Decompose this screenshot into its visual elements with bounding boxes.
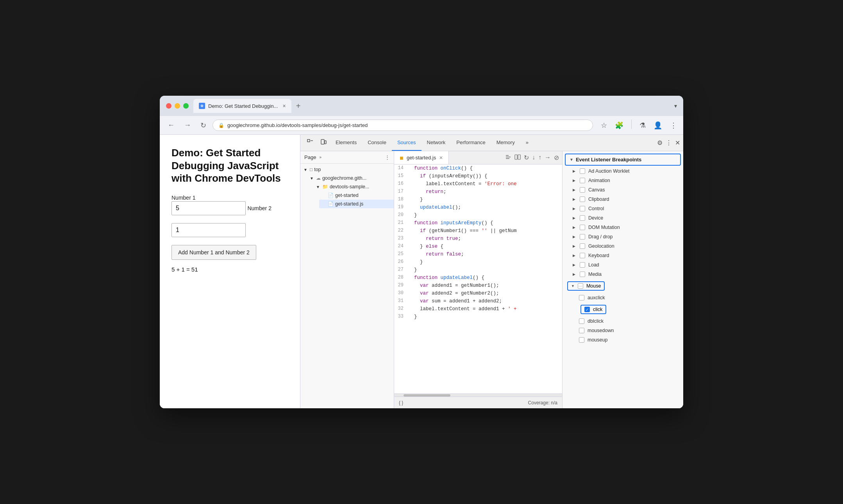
bp-checkbox-media[interactable] bbox=[580, 272, 585, 277]
bp-item-canvas[interactable]: ▶ Canvas bbox=[563, 185, 683, 195]
format-icon[interactable] bbox=[505, 154, 511, 162]
browser-tab[interactable]: Demo: Get Started Debuggin... × bbox=[193, 99, 291, 113]
tree-item-devtools-sample[interactable]: ▼ 📁 devtools-sample... bbox=[313, 182, 394, 191]
tree-item-get-started-js[interactable]: ▶ 📄 get-started.js bbox=[319, 200, 394, 208]
event-listener-header[interactable]: ▼ Event Listener Breakpoints bbox=[565, 154, 681, 166]
tab-sources[interactable]: Sources bbox=[392, 135, 422, 151]
bp-checkbox-geo[interactable] bbox=[580, 243, 585, 249]
bp-checkbox-mouseup[interactable] bbox=[579, 337, 584, 343]
bp-item-auxclick[interactable]: auxclick bbox=[563, 293, 683, 302]
maximize-button[interactable] bbox=[183, 103, 189, 109]
file-tree-menu-icon[interactable]: ⋮ bbox=[385, 154, 390, 160]
bp-checkbox-mousedown[interactable] bbox=[579, 328, 584, 333]
bp-checkbox-dom[interactable] bbox=[580, 225, 585, 230]
scrollbar-thumb[interactable] bbox=[404, 394, 450, 397]
file-tree-expand-icon[interactable]: » bbox=[319, 155, 321, 159]
bp-arrow-dom: ▶ bbox=[573, 225, 577, 229]
html-file-icon: 📄 bbox=[328, 193, 334, 198]
devtools-panel: Elements Console Sources Network Perform… bbox=[300, 135, 683, 408]
tree-item-top[interactable]: ▼ □ top bbox=[300, 165, 394, 174]
bp-item-animation[interactable]: ▶ Animation bbox=[563, 176, 683, 185]
close-button[interactable] bbox=[166, 103, 171, 109]
lab-icon[interactable]: ⚗ bbox=[638, 120, 647, 131]
device-icon[interactable] bbox=[317, 136, 330, 150]
code-tab-close[interactable]: ✕ bbox=[439, 155, 443, 161]
bp-item-mousedown[interactable]: mousedown bbox=[563, 326, 683, 335]
bp-item-control[interactable]: ▶ Control bbox=[563, 204, 683, 213]
bp-checkbox-canvas[interactable] bbox=[580, 187, 585, 193]
step-out-icon[interactable]: ↑ bbox=[538, 154, 541, 162]
bp-checkbox-drag[interactable] bbox=[580, 234, 585, 239]
profile-icon[interactable]: 👤 bbox=[652, 120, 664, 131]
settings-icon[interactable]: ⚙ bbox=[657, 139, 663, 147]
bp-checkbox-animation[interactable] bbox=[580, 178, 585, 183]
bp-item-drag[interactable]: ▶ Drag / drop bbox=[563, 232, 683, 241]
address-bar[interactable]: 🔒 googlechrome.github.io/devtools-sample… bbox=[213, 120, 593, 131]
bp-label-control: Control bbox=[588, 206, 604, 211]
code-file-tab[interactable]: ◼ get-started.js ✕ bbox=[394, 151, 449, 164]
bp-checkbox-load[interactable] bbox=[580, 262, 585, 268]
bp-arrow-mouse: ▼ bbox=[571, 284, 575, 288]
add-button[interactable]: Add Number 1 and Number 2 bbox=[171, 245, 256, 260]
bp-checkbox-dblclick[interactable] bbox=[579, 318, 584, 324]
forward-button[interactable]: → bbox=[181, 119, 194, 132]
bp-item-device[interactable]: ▶ Device bbox=[563, 213, 683, 223]
tab-elements[interactable]: Elements bbox=[330, 135, 362, 151]
bp-checkbox-keyboard[interactable] bbox=[580, 253, 585, 258]
bp-item-click[interactable]: ✓ click bbox=[564, 303, 682, 316]
bp-item-dom[interactable]: ▶ DOM Mutation bbox=[563, 223, 683, 232]
split-icon[interactable] bbox=[514, 154, 521, 162]
tree-item-domain[interactable]: ▼ ☁ googlechrome.gith... bbox=[307, 174, 394, 182]
code-line-31: 31 var sum = addend1 + addend2; bbox=[394, 297, 562, 305]
num2-input[interactable] bbox=[171, 223, 246, 237]
bp-checkbox-auxclick[interactable] bbox=[579, 295, 584, 300]
tab-dropdown-button[interactable]: ▾ bbox=[674, 103, 677, 109]
page-content: Demo: Get Started Debugging JavaScript w… bbox=[160, 135, 300, 408]
bp-checkbox-control[interactable] bbox=[580, 206, 585, 211]
bp-item-dblclick[interactable]: dblclick bbox=[563, 316, 683, 326]
bp-checkbox-click[interactable]: ✓ bbox=[584, 307, 590, 312]
bp-checkbox-ad[interactable] bbox=[580, 168, 585, 174]
minimize-button[interactable] bbox=[175, 103, 180, 109]
code-scrollbar[interactable] bbox=[394, 393, 562, 397]
bookmark-icon[interactable]: ☆ bbox=[599, 120, 609, 131]
address-text: googlechrome.github.io/devtools-samples/… bbox=[227, 122, 368, 128]
back-button[interactable]: ← bbox=[164, 119, 178, 132]
tab-network[interactable]: Network bbox=[422, 135, 451, 151]
bp-item-keyboard[interactable]: ▶ Keyboard bbox=[563, 251, 683, 260]
step-over-icon[interactable]: ↻ bbox=[524, 154, 529, 162]
tab-close-button[interactable]: × bbox=[282, 103, 286, 109]
bp-label-drag: Drag / drop bbox=[588, 234, 613, 239]
bp-item-load[interactable]: ▶ Load bbox=[563, 260, 683, 270]
refresh-button[interactable]: ↻ bbox=[197, 119, 209, 132]
bp-checkbox-mouse[interactable]: — bbox=[578, 283, 583, 289]
tabs-bar: Demo: Get Started Debuggin... × + ▾ bbox=[193, 99, 677, 113]
devtools-close-icon[interactable]: ✕ bbox=[675, 139, 680, 147]
inspect-icon[interactable] bbox=[304, 136, 317, 150]
tab-performance[interactable]: Performance bbox=[451, 135, 491, 151]
page-title: Demo: Get Started Debugging JavaScript w… bbox=[171, 147, 288, 185]
bp-item-geo[interactable]: ▶ Geolocation bbox=[563, 241, 683, 251]
bp-item-ad-auction[interactable]: ▶ Ad Auction Worklet bbox=[563, 166, 683, 176]
bp-checkbox-device[interactable] bbox=[580, 215, 585, 221]
step-into-icon[interactable]: ↓ bbox=[532, 154, 535, 162]
devtools-menu-icon[interactable]: ⋮ bbox=[666, 139, 672, 147]
menu-icon[interactable]: ⋮ bbox=[668, 120, 679, 131]
new-tab-button[interactable]: + bbox=[293, 100, 304, 112]
continue-icon[interactable]: → bbox=[545, 154, 551, 162]
pretty-print-icon[interactable]: { } bbox=[399, 400, 403, 406]
bp-item-mouseup[interactable]: mouseup bbox=[563, 335, 683, 345]
bp-arrow-geo: ▶ bbox=[573, 244, 577, 248]
bp-item-media[interactable]: ▶ Media bbox=[563, 270, 683, 279]
tab-console[interactable]: Console bbox=[362, 135, 392, 151]
tab-memory[interactable]: Memory bbox=[491, 135, 520, 151]
extensions-icon[interactable]: 🧩 bbox=[613, 120, 625, 131]
bp-arrow-ad: ▶ bbox=[573, 169, 577, 173]
bp-item-clipboard[interactable]: ▶ Clipboard bbox=[563, 195, 683, 204]
tab-more[interactable]: » bbox=[520, 135, 534, 151]
bp-item-mouse[interactable]: ▼ — Mouse bbox=[564, 280, 682, 292]
deactivate-icon[interactable]: ⊘ bbox=[554, 154, 559, 162]
tree-item-get-started-html[interactable]: ▶ 📄 get-started bbox=[319, 191, 394, 200]
bp-checkbox-clipboard[interactable] bbox=[580, 197, 585, 202]
num1-input[interactable] bbox=[171, 201, 246, 215]
